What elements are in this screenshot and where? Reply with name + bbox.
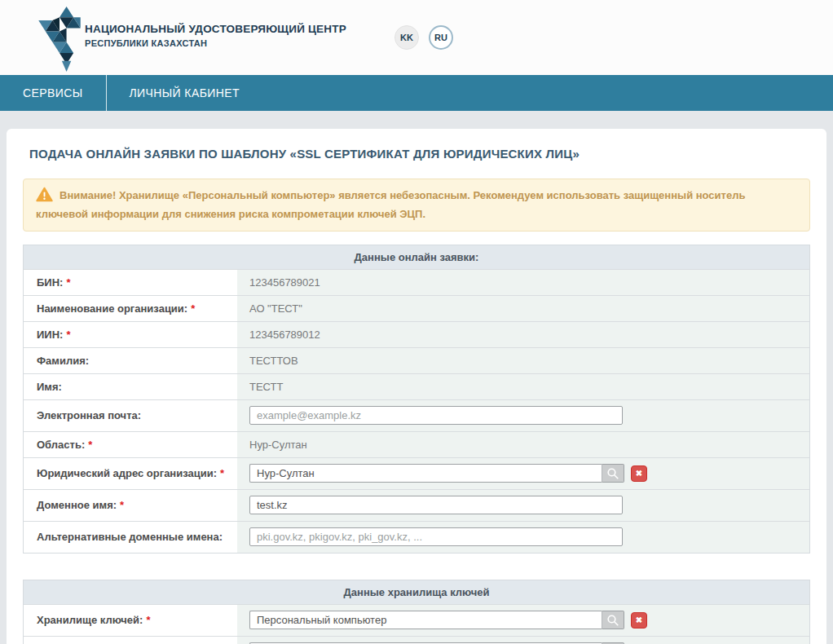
clear-x-icon: ✖ (636, 616, 642, 624)
site-header: НАЦИОНАЛЬНЫЙ УДОСТОВЕРЯЮЩИЙ ЦЕНТР РЕСПУБ… (0, 0, 833, 75)
iin-value: 123456789012 (237, 322, 809, 347)
iin-label: ИИН: (37, 329, 63, 341)
legal-address-clear-button[interactable]: ✖ (631, 465, 647, 482)
org-name: НАЦИОНАЛЬНЫЙ УДОСТОВЕРЯЮЩИЙ ЦЕНТР РЕСПУБ… (85, 23, 346, 48)
legal-address-search-button[interactable] (602, 464, 624, 483)
main-nav: СЕРВИСЫ ЛИЧНЫЙ КАБИНЕТ (0, 75, 833, 111)
form-row-org-name: Наименование организации:* АО "ТЕСТ" (24, 295, 809, 321)
form-row-region: Область:* Нур-Султан (24, 431, 809, 457)
request-form-title: Данные онлайн заявки: (24, 245, 809, 269)
required-marker: * (191, 302, 195, 315)
lastname-label: Фамилия: (37, 355, 89, 367)
storage-form-title: Данные хранилища ключей (24, 580, 809, 604)
nav-item-cabinet[interactable]: ЛИЧНЫЙ КАБИНЕТ (107, 75, 262, 111)
key-storage-group (249, 611, 624, 629)
form-row-alt-domains: Альтернативные доменные имена: (24, 521, 809, 553)
lang-kk-button[interactable]: KK (394, 25, 419, 50)
lastname-value: ТЕСТТОВ (237, 348, 809, 373)
nuc-logo-icon (33, 5, 86, 72)
form-row-iin: ИИН:* 123456789012 (24, 321, 809, 347)
region-label: Область: (37, 439, 85, 451)
org-value: АО "ТЕСТ" (237, 296, 809, 321)
warning-text: Внимание! Хранилище «Персональный компью… (36, 189, 745, 220)
form-row-legal-address: Юридический адрес организации:* ✖ (24, 457, 809, 489)
required-marker: * (120, 499, 124, 511)
form-row-key-storage: Хранилище ключей:* ✖ (24, 604, 809, 636)
form-row-domain: Доменное имя:* (24, 489, 809, 521)
legal-address-label: Юридический адрес организации: (37, 467, 217, 479)
table-gap (23, 554, 810, 578)
domain-field[interactable] (249, 496, 623, 514)
domain-label: Доменное имя: (37, 499, 117, 511)
form-row-bin: БИН:* 123456789021 (24, 269, 809, 295)
required-marker: * (88, 439, 92, 451)
bin-value: 123456789021 (237, 270, 809, 295)
search-icon (606, 614, 619, 627)
legal-address-field[interactable] (249, 464, 602, 483)
key-storage-field[interactable] (249, 611, 602, 629)
alt-domains-label: Альтернативные доменные имена: (37, 531, 223, 543)
main-card: ПОДАЧА ОНЛАЙН ЗАЯВКИ ПО ШАБЛОНУ «SSL СЕР… (7, 129, 826, 644)
search-icon (606, 467, 619, 480)
region-value: Нур-Султан (237, 432, 809, 457)
lang-ru-button[interactable]: RU (429, 25, 453, 50)
warning-banner: Внимание! Хранилище «Персональный компью… (23, 179, 810, 232)
nav-item-services[interactable]: СЕРВИСЫ (0, 75, 106, 111)
nuc-logo[interactable] (33, 5, 86, 72)
key-storage-search-button[interactable] (602, 611, 624, 629)
required-marker: * (66, 276, 70, 289)
form-row-firstname: Имя: ТЕСТТ (24, 373, 809, 399)
firstname-label: Имя: (37, 381, 62, 393)
form-row-lastname: Фамилия: ТЕСТТОВ (24, 347, 809, 373)
storage-form-table: Данные хранилища ключей Хранилище ключей… (23, 580, 810, 644)
bin-label: БИН: (37, 276, 63, 289)
required-marker: * (146, 614, 150, 626)
org-label: Наименование организации: (37, 302, 187, 315)
content-area: ПОДАЧА ОНЛАЙН ЗАЯВКИ ПО ШАБЛОНУ «SSL СЕР… (0, 111, 833, 644)
request-form-table: Данные онлайн заявки: БИН:* 123456789021… (23, 245, 810, 554)
form-row-email: Электронная почта: (24, 399, 809, 431)
org-name-line2: РЕСПУБЛИКИ КАЗАХСТАН (85, 38, 346, 48)
key-storage-clear-button[interactable]: ✖ (631, 612, 647, 629)
email-label: Электронная почта: (37, 409, 141, 421)
page-title: ПОДАЧА ОНЛАЙН ЗАЯВКИ ПО ШАБЛОНУ «SSL СЕР… (29, 147, 810, 161)
language-switcher: KK RU (394, 25, 453, 50)
key-storage-label: Хранилище ключей: (37, 614, 143, 626)
email-field[interactable] (249, 406, 623, 425)
org-name-line1: НАЦИОНАЛЬНЫЙ УДОСТОВЕРЯЮЩИЙ ЦЕНТР (85, 23, 346, 35)
alt-domains-field[interactable] (249, 527, 623, 546)
warning-triangle-icon (36, 187, 53, 207)
legal-address-group (249, 464, 624, 483)
required-marker: * (66, 329, 70, 341)
firstname-value: ТЕСТТ (237, 374, 809, 399)
clear-x-icon: ✖ (636, 470, 642, 478)
form-row-storage-path: Путь к хранилищу ключей:* ✖ (24, 636, 809, 644)
required-marker: * (220, 467, 224, 479)
